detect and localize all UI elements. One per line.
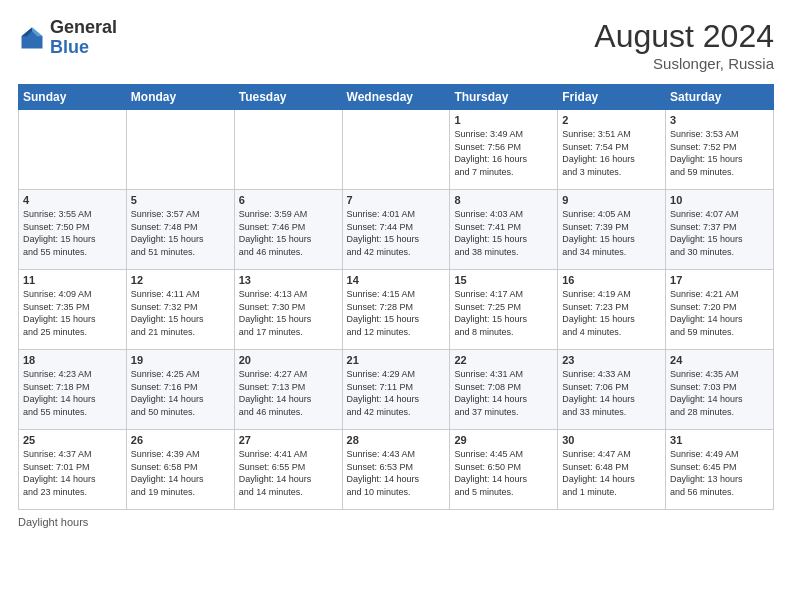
footer-note: Daylight hours	[18, 516, 774, 528]
day-info: Sunrise: 4:19 AM Sunset: 7:23 PM Dayligh…	[562, 288, 661, 338]
calendar-cell: 2Sunrise: 3:51 AM Sunset: 7:54 PM Daylig…	[558, 110, 666, 190]
calendar-week-4: 25Sunrise: 4:37 AM Sunset: 7:01 PM Dayli…	[19, 430, 774, 510]
calendar-cell: 22Sunrise: 4:31 AM Sunset: 7:08 PM Dayli…	[450, 350, 558, 430]
calendar-cell: 30Sunrise: 4:47 AM Sunset: 6:48 PM Dayli…	[558, 430, 666, 510]
day-number: 29	[454, 434, 553, 446]
logo-general: General	[50, 17, 117, 37]
day-info: Sunrise: 4:41 AM Sunset: 6:55 PM Dayligh…	[239, 448, 338, 498]
calendar-cell	[342, 110, 450, 190]
day-number: 14	[347, 274, 446, 286]
day-number: 7	[347, 194, 446, 206]
column-header-friday: Friday	[558, 85, 666, 110]
day-number: 24	[670, 354, 769, 366]
day-number: 16	[562, 274, 661, 286]
day-info: Sunrise: 4:07 AM Sunset: 7:37 PM Dayligh…	[670, 208, 769, 258]
day-number: 8	[454, 194, 553, 206]
calendar-week-1: 4Sunrise: 3:55 AM Sunset: 7:50 PM Daylig…	[19, 190, 774, 270]
header: General Blue August 2024 Suslonger, Russ…	[18, 18, 774, 72]
calendar-cell	[19, 110, 127, 190]
calendar-cell: 18Sunrise: 4:23 AM Sunset: 7:18 PM Dayli…	[19, 350, 127, 430]
day-info: Sunrise: 4:21 AM Sunset: 7:20 PM Dayligh…	[670, 288, 769, 338]
calendar-cell: 27Sunrise: 4:41 AM Sunset: 6:55 PM Dayli…	[234, 430, 342, 510]
calendar-cell: 11Sunrise: 4:09 AM Sunset: 7:35 PM Dayli…	[19, 270, 127, 350]
day-number: 1	[454, 114, 553, 126]
column-header-thursday: Thursday	[450, 85, 558, 110]
day-info: Sunrise: 4:11 AM Sunset: 7:32 PM Dayligh…	[131, 288, 230, 338]
calendar-week-2: 11Sunrise: 4:09 AM Sunset: 7:35 PM Dayli…	[19, 270, 774, 350]
day-info: Sunrise: 4:23 AM Sunset: 7:18 PM Dayligh…	[23, 368, 122, 418]
logo: General Blue	[18, 18, 117, 58]
calendar-cell: 10Sunrise: 4:07 AM Sunset: 7:37 PM Dayli…	[666, 190, 774, 270]
calendar-cell: 1Sunrise: 3:49 AM Sunset: 7:56 PM Daylig…	[450, 110, 558, 190]
calendar-cell: 16Sunrise: 4:19 AM Sunset: 7:23 PM Dayli…	[558, 270, 666, 350]
day-info: Sunrise: 3:49 AM Sunset: 7:56 PM Dayligh…	[454, 128, 553, 178]
calendar-cell: 15Sunrise: 4:17 AM Sunset: 7:25 PM Dayli…	[450, 270, 558, 350]
calendar-cell: 6Sunrise: 3:59 AM Sunset: 7:46 PM Daylig…	[234, 190, 342, 270]
day-info: Sunrise: 4:37 AM Sunset: 7:01 PM Dayligh…	[23, 448, 122, 498]
month-year: August 2024	[594, 18, 774, 55]
column-header-wednesday: Wednesday	[342, 85, 450, 110]
calendar-cell: 12Sunrise: 4:11 AM Sunset: 7:32 PM Dayli…	[126, 270, 234, 350]
column-header-sunday: Sunday	[19, 85, 127, 110]
day-info: Sunrise: 3:55 AM Sunset: 7:50 PM Dayligh…	[23, 208, 122, 258]
calendar-cell: 8Sunrise: 4:03 AM Sunset: 7:41 PM Daylig…	[450, 190, 558, 270]
logo-blue: Blue	[50, 37, 89, 57]
calendar-cell: 9Sunrise: 4:05 AM Sunset: 7:39 PM Daylig…	[558, 190, 666, 270]
day-info: Sunrise: 4:01 AM Sunset: 7:44 PM Dayligh…	[347, 208, 446, 258]
day-info: Sunrise: 4:29 AM Sunset: 7:11 PM Dayligh…	[347, 368, 446, 418]
day-number: 23	[562, 354, 661, 366]
day-number: 12	[131, 274, 230, 286]
day-info: Sunrise: 3:57 AM Sunset: 7:48 PM Dayligh…	[131, 208, 230, 258]
day-info: Sunrise: 4:31 AM Sunset: 7:08 PM Dayligh…	[454, 368, 553, 418]
location: Suslonger, Russia	[594, 55, 774, 72]
day-info: Sunrise: 3:51 AM Sunset: 7:54 PM Dayligh…	[562, 128, 661, 178]
day-number: 17	[670, 274, 769, 286]
calendar-cell: 3Sunrise: 3:53 AM Sunset: 7:52 PM Daylig…	[666, 110, 774, 190]
calendar-cell: 4Sunrise: 3:55 AM Sunset: 7:50 PM Daylig…	[19, 190, 127, 270]
day-number: 10	[670, 194, 769, 206]
calendar-cell: 23Sunrise: 4:33 AM Sunset: 7:06 PM Dayli…	[558, 350, 666, 430]
day-number: 4	[23, 194, 122, 206]
day-info: Sunrise: 3:53 AM Sunset: 7:52 PM Dayligh…	[670, 128, 769, 178]
logo-icon	[18, 24, 46, 52]
day-number: 2	[562, 114, 661, 126]
calendar-cell: 26Sunrise: 4:39 AM Sunset: 6:58 PM Dayli…	[126, 430, 234, 510]
day-number: 19	[131, 354, 230, 366]
day-info: Sunrise: 3:59 AM Sunset: 7:46 PM Dayligh…	[239, 208, 338, 258]
day-info: Sunrise: 4:03 AM Sunset: 7:41 PM Dayligh…	[454, 208, 553, 258]
title-block: August 2024 Suslonger, Russia	[594, 18, 774, 72]
calendar-table: SundayMondayTuesdayWednesdayThursdayFrid…	[18, 84, 774, 510]
day-info: Sunrise: 4:49 AM Sunset: 6:45 PM Dayligh…	[670, 448, 769, 498]
day-number: 22	[454, 354, 553, 366]
calendar-cell: 31Sunrise: 4:49 AM Sunset: 6:45 PM Dayli…	[666, 430, 774, 510]
day-info: Sunrise: 4:25 AM Sunset: 7:16 PM Dayligh…	[131, 368, 230, 418]
day-number: 25	[23, 434, 122, 446]
day-number: 15	[454, 274, 553, 286]
calendar-cell: 13Sunrise: 4:13 AM Sunset: 7:30 PM Dayli…	[234, 270, 342, 350]
calendar-cell: 19Sunrise: 4:25 AM Sunset: 7:16 PM Dayli…	[126, 350, 234, 430]
page: General Blue August 2024 Suslonger, Russ…	[0, 0, 792, 538]
column-header-saturday: Saturday	[666, 85, 774, 110]
calendar-cell: 24Sunrise: 4:35 AM Sunset: 7:03 PM Dayli…	[666, 350, 774, 430]
day-number: 20	[239, 354, 338, 366]
day-info: Sunrise: 4:39 AM Sunset: 6:58 PM Dayligh…	[131, 448, 230, 498]
day-info: Sunrise: 4:35 AM Sunset: 7:03 PM Dayligh…	[670, 368, 769, 418]
calendar-cell: 17Sunrise: 4:21 AM Sunset: 7:20 PM Dayli…	[666, 270, 774, 350]
calendar-week-0: 1Sunrise: 3:49 AM Sunset: 7:56 PM Daylig…	[19, 110, 774, 190]
day-number: 18	[23, 354, 122, 366]
calendar-cell: 7Sunrise: 4:01 AM Sunset: 7:44 PM Daylig…	[342, 190, 450, 270]
day-info: Sunrise: 4:47 AM Sunset: 6:48 PM Dayligh…	[562, 448, 661, 498]
day-number: 26	[131, 434, 230, 446]
calendar-cell: 14Sunrise: 4:15 AM Sunset: 7:28 PM Dayli…	[342, 270, 450, 350]
day-number: 13	[239, 274, 338, 286]
day-info: Sunrise: 4:45 AM Sunset: 6:50 PM Dayligh…	[454, 448, 553, 498]
calendar-cell	[234, 110, 342, 190]
day-info: Sunrise: 4:13 AM Sunset: 7:30 PM Dayligh…	[239, 288, 338, 338]
column-header-monday: Monday	[126, 85, 234, 110]
day-number: 6	[239, 194, 338, 206]
day-number: 27	[239, 434, 338, 446]
calendar-cell: 21Sunrise: 4:29 AM Sunset: 7:11 PM Dayli…	[342, 350, 450, 430]
calendar-cell: 28Sunrise: 4:43 AM Sunset: 6:53 PM Dayli…	[342, 430, 450, 510]
logo-text: General Blue	[50, 18, 117, 58]
day-number: 11	[23, 274, 122, 286]
